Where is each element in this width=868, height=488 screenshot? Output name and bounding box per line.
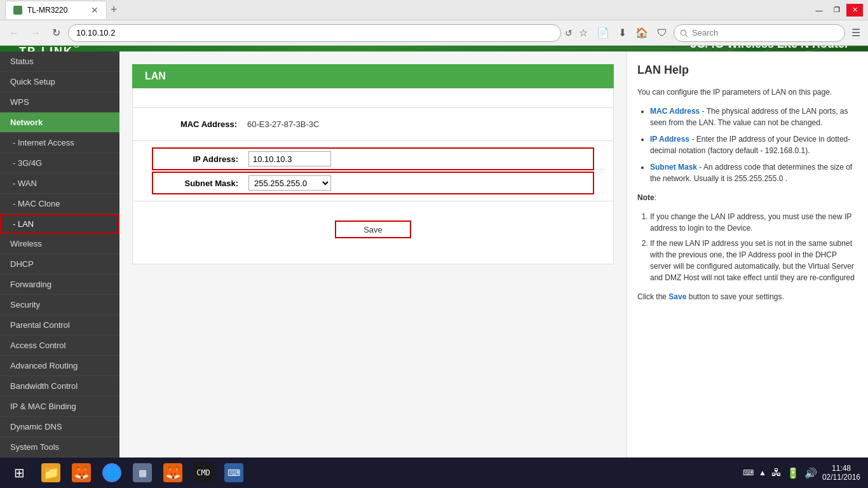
tray-up-arrow[interactable]: ▲ xyxy=(759,468,766,477)
security-button[interactable]: 🛡 xyxy=(654,25,670,41)
sidebar-item-wireless[interactable]: Wireless xyxy=(0,234,119,254)
taskbar-app-chrome[interactable]: 🌐 xyxy=(98,460,126,485)
menu-button[interactable]: ☰ xyxy=(849,24,863,41)
vmware-icon: ▦ xyxy=(133,463,152,482)
product-title: 3G/4G Wireless Lite N Router xyxy=(690,46,849,51)
search-input[interactable] xyxy=(674,24,845,42)
forward-button[interactable]: → xyxy=(27,25,44,41)
ip-address-row: IP Address: xyxy=(152,147,594,170)
sidebar-item-security[interactable]: Security xyxy=(0,295,119,315)
address-bar[interactable] xyxy=(68,24,561,42)
sidebar-item-forwarding[interactable]: Forwarding xyxy=(0,274,119,295)
tplink-header: TP-LINK® 3G/4G Wireless Lite N Router Mo… xyxy=(0,46,868,51)
browser-titlebar: TL-MR3220 ✕ + — ❐ ✕ xyxy=(0,0,868,20)
taskbar-app-vmware[interactable]: ▦ xyxy=(128,460,156,485)
save-section: Save xyxy=(133,208,613,251)
sidebar-item-internet-access[interactable]: - Internet Access xyxy=(0,133,119,153)
clock: 11:48 02/11/2016 xyxy=(822,464,860,482)
sidebar-item-wan[interactable]: - WAN xyxy=(0,173,119,194)
logo-text: TP-LINK xyxy=(19,46,73,51)
tab-title: TL-MR3220 xyxy=(27,6,67,15)
clock-time: 11:48 xyxy=(822,464,860,473)
sidebar-item-parental-control[interactable]: Parental Control xyxy=(0,315,119,336)
sound-tray-icon: 🔊 xyxy=(804,467,817,479)
logo-tm: ® xyxy=(73,46,81,50)
battery-tray-icon: 🔋 xyxy=(787,467,799,479)
help-term-ip: IP Address xyxy=(650,135,689,144)
sidebar-item-wps[interactable]: WPS xyxy=(0,92,119,112)
help-note-2: If the new LAN IP address you set is not… xyxy=(650,238,858,283)
mac-address-row: MAC Address: 60-E3-27-87-3B-3C xyxy=(133,114,613,134)
sidebar-item-system-tools[interactable]: System Tools xyxy=(0,437,119,458)
taskbar-app-remote[interactable]: ⌨ xyxy=(220,460,248,485)
subnet-mask-label: Subnet Mask: xyxy=(159,179,248,188)
reader-mode-button[interactable]: 📄 xyxy=(594,24,612,41)
window-controls: — ❐ ✕ xyxy=(811,4,863,17)
browser-toolbar: ← → ↻ ↺ ☆ 📄 ⬇ 🏠 🛡 ☰ xyxy=(0,20,868,46)
help-note-header: Note: xyxy=(637,192,858,203)
taskbar-app-firefox2[interactable]: 🦊 xyxy=(159,460,187,485)
tplink-product-info: 3G/4G Wireless Lite N Router Model No. T… xyxy=(690,46,849,51)
subnet-mask-select[interactable]: 255.255.255.0 255.255.0.0 255.0.0.0 xyxy=(248,175,331,191)
help-save-note: Click the Save button to save your setti… xyxy=(637,291,858,302)
sidebar-item-lan[interactable]: - LAN xyxy=(0,214,119,234)
sidebar-item-bandwidth-control[interactable]: Bandwidth Control xyxy=(0,376,119,396)
keyboard-icon: ⌨ xyxy=(743,468,754,477)
save-button[interactable]: Save xyxy=(335,220,411,238)
chrome-icon: 🌐 xyxy=(102,463,121,482)
tab-close-button[interactable]: ✕ xyxy=(91,5,98,15)
sidebar-item-network[interactable]: Network xyxy=(0,112,119,133)
main-content: LAN MAC Address: 60-E3-27-87-3B-3C IP Ad… xyxy=(119,51,627,458)
main-container: TP-LINK® 3G/4G Wireless Lite N Router Mo… xyxy=(0,46,868,458)
ip-address-label: IP Address: xyxy=(159,154,248,164)
help-term-subnet: Subnet Mask xyxy=(650,163,697,172)
sidebar-item-mac-clone[interactable]: - MAC Clone xyxy=(0,194,119,214)
sidebar: Status Quick Setup WPS Network - Interne… xyxy=(0,51,119,458)
network-tray-icon: 🖧 xyxy=(771,467,782,478)
sidebar-item-status[interactable]: Status xyxy=(0,51,119,72)
home-button[interactable]: 🏠 xyxy=(633,24,651,41)
help-item-ip: IP Address - Enter the IP address of you… xyxy=(650,133,858,156)
sidebar-item-ip-mac-binding[interactable]: IP & MAC Binding xyxy=(0,396,119,417)
form-divider-top xyxy=(133,107,613,108)
taskbar-app-terminal[interactable]: CMD xyxy=(189,460,217,485)
sidebar-item-3g4g[interactable]: - 3G/4G xyxy=(0,153,119,173)
sidebar-item-quick-setup[interactable]: Quick Setup xyxy=(0,72,119,92)
taskbar-app-file-explorer[interactable]: 📁 xyxy=(37,460,65,485)
download-button[interactable]: ⬇ xyxy=(616,24,629,41)
file-explorer-icon: 📁 xyxy=(41,463,60,482)
reload-icon-button[interactable]: ↺ xyxy=(565,28,573,38)
help-note-1: If you change the LAN IP address, you mu… xyxy=(650,211,858,234)
bookmark-star-button[interactable]: ☆ xyxy=(576,24,590,41)
window-maximize-button[interactable]: ❐ xyxy=(829,4,845,17)
start-button[interactable]: ⊞ xyxy=(3,460,36,485)
terminal-icon: CMD xyxy=(194,463,213,482)
taskbar: ⊞ 📁 🦊 🌐 ▦ 🦊 CMD ⌨ ⌨ ▲ 🖧 🔋 🔊 11:48 02/11/… xyxy=(0,458,868,488)
sidebar-item-dhcp[interactable]: DHCP xyxy=(0,254,119,274)
sidebar-item-dynamic-dns[interactable]: Dynamic DNS xyxy=(0,417,119,437)
taskbar-right: ⌨ ▲ 🖧 🔋 🔊 11:48 02/11/2016 xyxy=(743,464,865,482)
start-icon: ⊞ xyxy=(14,465,25,480)
form-divider-2 xyxy=(133,201,613,201)
firefox2-icon: 🦊 xyxy=(163,463,182,482)
mac-address-label: MAC Address: xyxy=(158,119,247,129)
help-title: LAN Help xyxy=(637,62,858,79)
tplink-logo: TP-LINK® xyxy=(19,46,81,51)
sidebar-item-access-control[interactable]: Access Control xyxy=(0,336,119,356)
taskbar-app-firefox[interactable]: 🦊 xyxy=(67,460,95,485)
window-close-button[interactable]: ✕ xyxy=(846,4,863,17)
sidebar-item-advanced-routing[interactable]: Advanced Routing xyxy=(0,356,119,376)
ip-address-input[interactable] xyxy=(248,151,331,166)
help-list: MAC Address - The physical address of th… xyxy=(637,105,858,184)
lan-section-header: LAN xyxy=(132,64,614,88)
help-item-mac: MAC Address - The physical address of th… xyxy=(650,105,858,128)
reload-button[interactable]: ↻ xyxy=(48,24,64,41)
back-button[interactable]: ← xyxy=(5,25,23,41)
window-minimize-button[interactable]: — xyxy=(811,4,827,17)
help-panel: LAN Help You can configure the IP parame… xyxy=(627,51,868,458)
remote-icon: ⌨ xyxy=(224,463,243,482)
help-term-mac: MAC Address xyxy=(650,107,700,116)
browser-tab[interactable]: TL-MR3220 ✕ xyxy=(5,1,107,19)
new-tab-button[interactable]: + xyxy=(107,3,121,17)
mac-address-value: 60-E3-27-87-3B-3C xyxy=(247,119,319,129)
